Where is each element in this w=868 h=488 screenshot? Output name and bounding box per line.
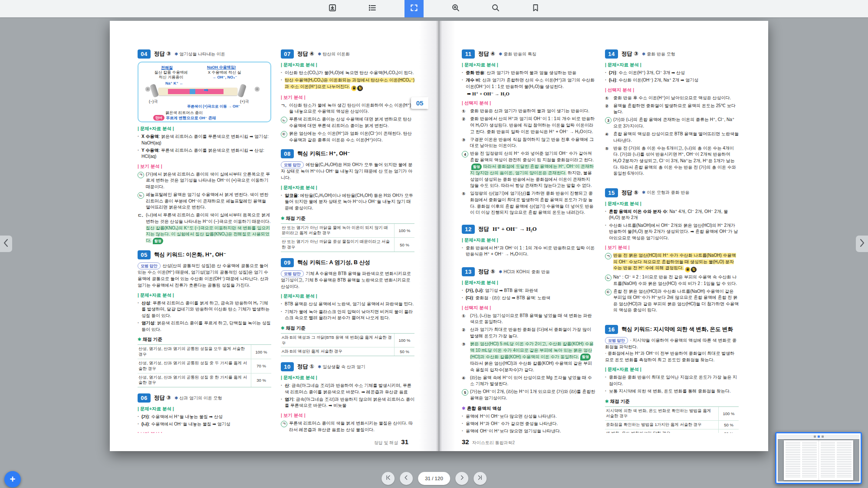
chapter-tab[interactable]: 05 bbox=[411, 97, 428, 109]
criteria-text: 산 또는 염기가 아닌 까닭을 물에 녹아 이온이 되지 않기 때문이라고 옳게… bbox=[281, 224, 394, 238]
analysis-bullet: 용액에 H⁺과 OH⁻ 수가 같으면 중성을 나타낸다. bbox=[462, 421, 595, 427]
grading-criteria-table: 산 또는 염기가 아닌 까닭을 물에 녹아 이온이 되지 않기 때문이라고 옳게… bbox=[281, 223, 414, 252]
bookmark-button[interactable] bbox=[528, 1, 543, 16]
chevron-right-icon bbox=[458, 474, 466, 483]
choice-text: 중화 반응에서 산의 H⁺과 염기의 OH⁻이 1 : 1의 개수 비로 반응하… bbox=[470, 116, 595, 134]
solution-section-13: 13정답 ⑤HCl과 KOH의 중화 반응| 문제+자료 분석 |(가), (나… bbox=[462, 267, 595, 433]
electrolyte-desc: 질산 칼륨 수용액에 적신 거름종이 bbox=[145, 70, 197, 80]
section-number-badge: 13 bbox=[462, 267, 475, 276]
asterisk-icon: ✱ bbox=[281, 216, 285, 221]
subheading: ✱채점 기준 bbox=[138, 337, 271, 343]
section-header: 12정답H⁺ + OH⁻ → H₂O bbox=[462, 225, 595, 234]
section-title: 핵심 키워드: H⁺, OH⁻ bbox=[297, 150, 350, 157]
section-header: 13정답 ⑤HCl과 KOH의 중화 반응 bbox=[462, 267, 595, 276]
choice-text: Na⁺ : Cl⁻ = 2 : 1이므로 반응 전 같은 부피의 수용액 속 수… bbox=[613, 275, 737, 286]
choice-text: 중화 반응 후 수소 이온(H⁺)이 남아있으므로 액성은 산성이다. bbox=[613, 95, 731, 100]
page-navigation: 31 / 120 bbox=[381, 472, 487, 485]
text-segment: 용액을 혼합하면 중화열이 발생하므로 용액의 온도는 25℃ 보다 높다. bbox=[613, 103, 736, 115]
viewer-toolbar bbox=[0, 0, 868, 17]
text-segment: : 푸른색 리트머스 종이를 붉은색으로 변화시킴 ➡ 산성: HCl(aq) bbox=[141, 148, 264, 159]
choice-text: (가)와 (나)의 혼합 용액에 존재하는 이온의 종류는 H⁺, Cl⁻, N… bbox=[613, 117, 734, 128]
negative-electrode-label: (−)극 bbox=[149, 99, 158, 105]
text-segment: 묽은 염산(HCl) 5 mL당 이온 수가 2이고, 수산화 칼륨(KOH) … bbox=[470, 341, 593, 359]
analysis-bullet: (나): 수산화 이온(OH⁻) 2개, Na⁺ 2개 ➡ 염기성 bbox=[605, 77, 739, 84]
first-page-button[interactable] bbox=[381, 472, 395, 485]
choice-analysis-label: | 보기 분석 | bbox=[138, 164, 271, 170]
solution-section-06: 06정답 ③산과 염기의 이온 모형| 문제+자료 분석 |(가): 수용액에서… bbox=[138, 393, 271, 433]
choice-item: ㄷ묽은 염산에는 수소 이온(H⁺)과 염화 이온(Cl⁻)이 존재한다. 탄산… bbox=[281, 131, 414, 143]
analysis-bullet: 혼합 용액의 이온 수와 분자 수: Na⁺ 4개, Cl⁻ 2개, OH⁻ 2… bbox=[605, 209, 739, 221]
page-number: 32 bbox=[462, 438, 469, 445]
model-answer-badge: 모범 답안 bbox=[605, 337, 628, 344]
bullet-lead: 혼합 용액의 이온 수와 분자 수 bbox=[609, 209, 667, 214]
criteria-text: 지시약에 의한 색 변화, 온도 변화로 확인하는 방법을 옳게 서술한 경우 bbox=[605, 407, 718, 421]
analysis-label: | 문제+자료 분석 | bbox=[138, 126, 271, 132]
previous-page-button[interactable] bbox=[400, 472, 413, 485]
section-header: 16핵심 키워드: 지시약에 의한 색 변화, 온도 변화 bbox=[605, 325, 739, 334]
next-spread-arrow[interactable] bbox=[856, 236, 868, 252]
analysis-bullet: 용액에 OH⁻이 H⁺보다 많으면 염기성을 나타낸다. bbox=[462, 428, 595, 433]
thumbnail-text-column bbox=[837, 442, 852, 478]
solution-section-12: 12정답H⁺ + OH⁻ → H₂O| 문제+자료 분석 |중화 반응에서 H⁺… bbox=[462, 225, 595, 258]
analysis-bullet: 수산화 나트륨(NaOH)에서 OH⁻ 2개와 묽은 염산(HCl)의 H⁺ 2… bbox=[605, 223, 739, 242]
criteria-text: 산성, 염기성, 산과 염기의 공통된 성질 중 한 가지를 옳게 서술한 경우 bbox=[138, 373, 251, 387]
grading-criteria-row: 산 또는 염기가 아닌 까닭을 중성 물질이기 때문이라고 서술한 경우50 % bbox=[281, 238, 414, 252]
analysis-bullet: X 수용액: 붉은색 리트머스 종이를 푸른색으로 변화시킴 ➡ 염기성: Na… bbox=[138, 134, 271, 146]
grading-criteria-table: 지시약에 의한 색 변화, 온도 변화로 확인하는 방법을 옳게 서술한 경우1… bbox=[605, 406, 739, 433]
model-answer: 모범 답안기체 A 수용액은 BTB 용액을 파란색으로 변화시키므로 염기성이… bbox=[281, 270, 414, 290]
text-segment: 구경꾼 이온은 반응에 직접 참여하지 않고 반응 전후 수용액에 그대로 남아… bbox=[470, 137, 594, 148]
next-page-button[interactable] bbox=[455, 472, 468, 485]
answer-marker-circled: ㄷ bbox=[281, 131, 287, 138]
grading-criteria-table: A와 B의 액성과 그 까닭(BTB 용액 색 변화)을 옳게 서술한 경우10… bbox=[281, 333, 414, 356]
section-answer-formula: H⁺ + OH⁻ → H₂O bbox=[493, 226, 537, 233]
section-topic: 중화 반응 모형 bbox=[642, 51, 675, 57]
table-of-contents-button[interactable] bbox=[365, 1, 380, 16]
download-button[interactable] bbox=[325, 1, 340, 16]
last-page-button[interactable] bbox=[473, 472, 487, 485]
analysis-label: | 문제+자료 분석 | bbox=[281, 62, 414, 68]
section-topic: 염기성을 나타내는 이온 bbox=[174, 51, 225, 57]
left-ions-label: Na⁺ K⁺ ← bbox=[165, 81, 184, 85]
section-number-badge: 11 bbox=[462, 49, 475, 59]
answer-marker-circled: ㄱ bbox=[138, 172, 144, 178]
page-indicator[interactable]: 31 / 120 bbox=[418, 472, 450, 485]
analysis-bullet: 중화 반응에서 H⁺과 OH⁻이 1 : 1의 개수 비로 반응하므로 알짜 이… bbox=[462, 245, 595, 258]
choice-text: 묽은 염산에는 수소 이온(H⁺)과 염화 이온(Cl⁻)이 존재한다. 탄산 … bbox=[289, 131, 412, 142]
analysis-bullet: 보통 지시약에 의한 색 변화, 온도 변화를 통해 중화점을 찾는다. bbox=[605, 388, 739, 395]
fullscreen-button[interactable] bbox=[404, 0, 424, 17]
text-segment: (나)에서 푸른색 리트머스 종이의 색이 실에서부터 왼쪽으로 붉게 변하는 … bbox=[146, 213, 270, 224]
choice-item: ㄴ푸른색 리트머스 종이는 산성 수용액에 대면 붉게 변하므로 탄산 수용액에… bbox=[281, 116, 414, 129]
section-topic: 이온 모형과 중화 반응 bbox=[642, 190, 690, 196]
criteria-text: 중화점을 확인하는 방법을 1가지만 옳게 서술한 경우 bbox=[605, 421, 718, 429]
analysis-label: | 문제+자료 분석 | bbox=[462, 280, 595, 286]
analysis-bullet: Y 수용액: 푸른색 리트머스 종이를 붉은색으로 변화시킴 ➡ 산성: HCl… bbox=[138, 147, 271, 160]
bullet-lead: 염기 bbox=[285, 397, 293, 402]
analysis-bullet: 중화점은 중화 반응이 최대로 일어난 지점으로 온도가 가장 높은 지점이다. bbox=[605, 374, 739, 387]
previous-spread-arrow[interactable] bbox=[0, 236, 12, 252]
search-button[interactable] bbox=[488, 1, 503, 16]
solution-section-07: 07정답 ④탄산의 이온화| 문제+자료 분석 |이산화 탄소(CO₂)가 물(… bbox=[281, 49, 414, 143]
model-answer-badge: 모범 답안 bbox=[138, 262, 161, 269]
page-left-column-1: 04정답 ③염기성을 나타내는 이온전해질질산 칼륨 수용액에 적신 거름종이N… bbox=[138, 49, 271, 433]
section-header: 07정답 ④탄산의 이온화 bbox=[281, 49, 414, 59]
choice-marker: ③ bbox=[462, 137, 465, 144]
choice-item: ②중화 반응에서 산의 H⁺과 염기의 OH⁻이 1 : 1의 개수 비로 반응… bbox=[462, 116, 595, 135]
subheading: ✱혼합 용액의 액성 bbox=[462, 406, 595, 412]
positive-electrode-label: (+)극 bbox=[240, 99, 249, 105]
subheading-text: 혼합 용액의 액성 bbox=[467, 406, 501, 411]
spread-thumbnail-preview[interactable] bbox=[775, 432, 862, 484]
choice-text: 용액을 혼합하면 중화열이 발생하므로 용액의 온도는 25℃ 보다 높다. bbox=[613, 103, 736, 115]
add-button[interactable]: + bbox=[4, 471, 21, 488]
answer-marker-circled: ㄴ bbox=[138, 192, 144, 199]
solution-section-04: 04정답 ③염기성을 나타내는 이온전해질질산 칼륨 수용액에 적신 거름종이N… bbox=[138, 49, 271, 244]
section-number-badge: 08 bbox=[281, 149, 294, 158]
analysis-label: | 문제+자료 분석 | bbox=[281, 375, 414, 381]
text-segment: (가)에서 붉은색 리트머스 종이의 색이 실에서부터 오른쪽으로 푸르게 변하… bbox=[146, 172, 270, 189]
clue-badge: 단서 bbox=[153, 115, 164, 121]
section-topic: 탄산의 이온화 bbox=[318, 51, 350, 57]
chevron-left-icon bbox=[402, 474, 410, 483]
grading-criteria-row: A와 B의 액성과 그 까닭(BTB 용액 색 변화)을 옳게 서술한 경우10… bbox=[281, 334, 414, 348]
solution-section-16: 16핵심 키워드: 지시약에 의한 색 변화, 온도 변화모범 답안· 지시약을… bbox=[605, 325, 739, 433]
zoom-in-button[interactable] bbox=[448, 1, 464, 16]
section-header: 08핵심 키워드: H⁺, OH⁻ bbox=[281, 149, 414, 158]
